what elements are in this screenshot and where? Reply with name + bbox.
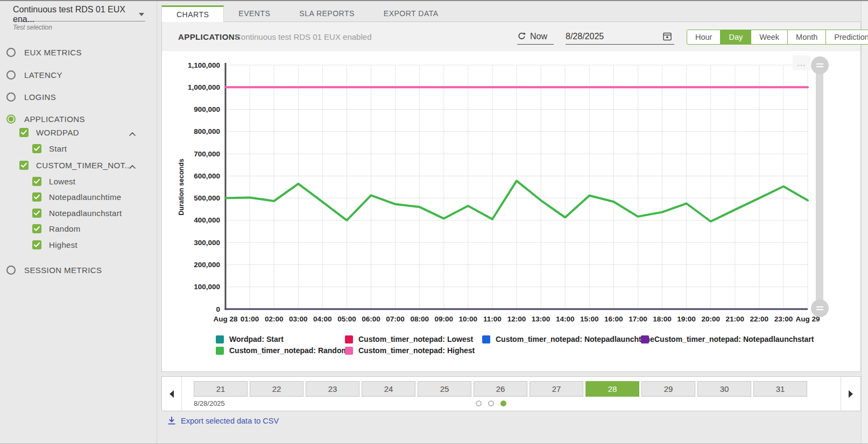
day-button-24[interactable]: 24: [362, 381, 415, 397]
x-tick-label: 14:00: [556, 315, 575, 323]
x-tick-label: Aug 28: [213, 315, 238, 323]
x-tick-label: 07:00: [386, 315, 405, 323]
sidebar-item-applications[interactable]: APPLICATIONS: [6, 113, 85, 125]
x-tick-label: 18:00: [653, 315, 672, 323]
metric-item-notepadlaunchtime[interactable]: Notepadlaunchtime: [32, 191, 121, 203]
chart-options-menu-button[interactable]: ...: [793, 55, 810, 70]
next-days-button[interactable]: [841, 377, 860, 411]
checkbox-notepadlaunchtime-checked[interactable]: [32, 192, 41, 202]
x-tick-label: 04:00: [313, 315, 332, 323]
charts-panel: APPLICATIONS Continuous test RDS 01 EUX …: [161, 22, 861, 372]
metric-item-random[interactable]: Random: [32, 223, 81, 235]
legend-item-custom-timer-notepad-lowest[interactable]: Custom_timer_notepad: Lowest: [345, 335, 473, 343]
legend-swatch: [641, 335, 649, 343]
x-tick-label: 02:00: [265, 315, 284, 323]
duration-chart[interactable]: 0100,000200,000300,000400,000500,000600,…: [162, 51, 862, 372]
checkbox-start-checked[interactable]: [32, 144, 41, 153]
x-tick-label: 16:00: [604, 315, 623, 323]
checkbox-notepadlaunchstart-checked[interactable]: [32, 209, 41, 218]
legend-label: Custom_timer_notepad: Notepadlaunchstart: [654, 335, 814, 343]
legend-item-custom-timer-notepad-notepadlaunchstart[interactable]: Custom_timer_notepad: Notepadlaunchstart: [641, 335, 814, 343]
page-scrollbar[interactable]: [861, 1, 868, 443]
day-button-22[interactable]: 22: [250, 381, 304, 397]
chart-range-slider-track[interactable]: [816, 65, 823, 309]
range-button-day[interactable]: Day: [720, 30, 751, 44]
x-tick-label: 06:00: [362, 315, 380, 323]
chart-range-slider-handle-bottom[interactable]: [811, 299, 829, 317]
radio-logins[interactable]: [6, 92, 16, 102]
page-dot-3-active[interactable]: [500, 400, 506, 406]
x-tick-label: 20:00: [701, 315, 720, 323]
metric-item-highest[interactable]: Highest: [32, 239, 77, 250]
range-button-month[interactable]: Month: [787, 30, 825, 44]
day-button-26[interactable]: 26: [474, 381, 527, 397]
y-tick-label: 1,100,000: [188, 61, 220, 69]
y-axis-title: Duration seconds: [178, 159, 185, 216]
tab-sla-reports[interactable]: SLA REPORTS: [285, 5, 369, 22]
checkbox-wordpad-checked[interactable]: [19, 128, 29, 137]
checkbox-custom-timer-not-checked[interactable]: [19, 161, 29, 170]
range-button-prediction[interactable]: Prediction: [825, 30, 868, 44]
legend-swatch: [216, 347, 224, 355]
tab-events[interactable]: EVENTS: [224, 5, 285, 22]
day-button-28[interactable]: 28: [585, 381, 639, 397]
y-tick-label: 500,000: [194, 194, 220, 202]
legend-item-custom-timer-notepad-notepadlaunchtime[interactable]: Custom_timer_notepad: Notepadlaunchtime: [482, 335, 654, 343]
app-group-wordpad[interactable]: WORDPAD: [19, 126, 144, 138]
x-tick-label: 15:00: [580, 315, 599, 323]
refresh-now-button[interactable]: Now: [517, 28, 554, 45]
metric-item-start[interactable]: Start: [32, 142, 67, 154]
metric-item-lowest[interactable]: Lowest: [32, 175, 75, 187]
checkbox-random-checked[interactable]: [32, 224, 41, 233]
test-selector-dropdown[interactable]: Continuous test RDS 01 EUX ena...: [13, 8, 145, 22]
y-tick-label: 900,000: [194, 105, 220, 113]
radio-eux-metrics[interactable]: [6, 48, 16, 57]
sidebar: Continuous test RDS 01 EUX ena... Test s…: [0, 1, 157, 444]
legend-item-custom-timer-notepad-highest[interactable]: Custom_timer_notepad: Highest: [345, 346, 475, 355]
sidebar-item-logins[interactable]: LOGINS: [6, 91, 56, 103]
right-arrow-icon: [849, 390, 853, 398]
sidebar-item-session-metrics[interactable]: SESSION METRICS: [6, 264, 102, 276]
tab-export-data[interactable]: EXPORT DATA: [369, 5, 453, 22]
metric-item-label: Notepadlaunchtime: [49, 192, 121, 202]
page-dot-2[interactable]: [488, 400, 494, 406]
chart-range-slider-handle-top[interactable]: [811, 56, 829, 74]
page-dot-1[interactable]: [476, 400, 482, 406]
day-button-25[interactable]: 25: [418, 381, 471, 397]
checkbox-lowest-checked[interactable]: [32, 177, 41, 186]
collapse-chevron-icon[interactable]: [129, 128, 136, 138]
day-button-23[interactable]: 23: [306, 381, 359, 397]
tab-charts[interactable]: CHARTS: [161, 5, 224, 22]
collapse-chevron-icon[interactable]: [129, 161, 136, 171]
panel-header: APPLICATIONS Continuous test RDS 01 EUX …: [162, 22, 860, 51]
x-tick-label: 17:00: [629, 315, 647, 323]
tab-label: CHARTS: [177, 10, 209, 19]
day-button-29[interactable]: 29: [641, 381, 695, 397]
checkbox-highest-checked[interactable]: [32, 240, 41, 249]
sidebar-item-label: SESSION METRICS: [24, 266, 102, 275]
range-button-week[interactable]: Week: [751, 30, 787, 44]
pagination-dots: [182, 400, 800, 406]
sidebar-item-eux-metrics[interactable]: EUX METRICS: [6, 46, 82, 58]
range-button-hour[interactable]: Hour: [687, 30, 720, 44]
refresh-icon: [517, 32, 526, 41]
radio-latency[interactable]: [6, 70, 16, 80]
tab-label: EXPORT DATA: [384, 9, 439, 18]
metric-item-notepadlaunchstart[interactable]: Notepadlaunchstart: [32, 207, 122, 219]
day-button-27[interactable]: 27: [530, 381, 583, 397]
day-button-31[interactable]: 31: [753, 381, 807, 397]
calendar-icon[interactable]: [662, 32, 672, 41]
radio-applications-selected[interactable]: [6, 114, 16, 124]
export-csv-link[interactable]: Export selected data to CSV: [167, 416, 279, 426]
date-input[interactable]: 8/28/2025: [566, 28, 674, 45]
radio-session-metrics[interactable]: [6, 266, 16, 275]
x-tick-label: 13:00: [532, 315, 551, 323]
legend-item-wordpad-start[interactable]: Wordpad: Start: [216, 335, 284, 343]
previous-days-button[interactable]: [162, 377, 182, 411]
sidebar-item-label: LOGINS: [24, 92, 56, 102]
day-button-30[interactable]: 30: [697, 381, 751, 397]
app-group-custom-timer-not[interactable]: CUSTOM_TIMER_NOT...: [19, 159, 144, 171]
sidebar-item-latency[interactable]: LATENCY: [6, 69, 62, 81]
day-button-21[interactable]: 21: [194, 381, 248, 397]
legend-item-custom-timer-notepad-random[interactable]: Custom_timer_notepad: Random: [216, 346, 348, 355]
